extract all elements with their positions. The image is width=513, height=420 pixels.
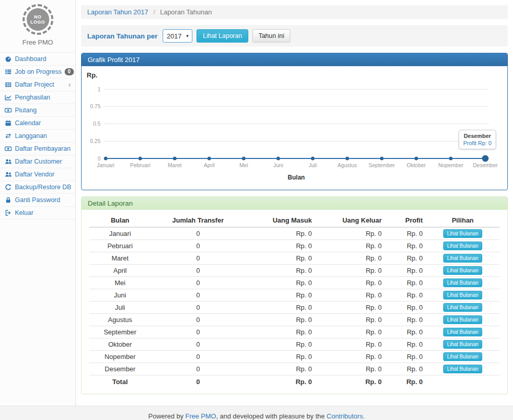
page: NO LOGO Free PMO DashboardJob on Progres… [0,0,513,420]
column-header: Pilihan [426,214,500,227]
cell-profit: Rp. 0 [385,240,426,252]
sidebar-item-calendar[interactable]: Calendar [0,117,75,130]
lihat-bulanan-button[interactable]: Lihat Bulanan [443,229,482,238]
data-point-desember[interactable] [482,155,489,162]
year-select[interactable]: 2017 ▾ [163,29,192,43]
lihat-bulanan-button[interactable]: Lihat Bulanan [443,278,482,287]
cell-uang-masuk: Rp. 0 [245,252,315,265]
year-select-value: 2017 [167,32,182,40]
cell-profit: Rp. 0 [385,265,426,277]
data-point-maret[interactable] [173,157,176,161]
sidebar-item-keluar[interactable]: Keluar [0,207,75,219]
sidebar-item-penghasilan[interactable]: Penghasilan [0,91,75,104]
sidebar-item-piutang[interactable]: Piutang [0,104,75,117]
cell-uang-masuk: Rp. 0 [245,314,315,326]
main-content: Laporan Tahun 2017 / Laporan Tahunan Lap… [76,0,513,406]
sidebar-item-label: Job on Progress [15,68,62,75]
table-row: Juli0Rp. 0Rp. 0Rp. 0Lihat Bulanan [89,302,500,314]
lihat-bulanan-button[interactable]: Lihat Bulanan [443,365,482,373]
no-logo-badge: NO LOGO [23,4,53,35]
cell-uang-masuk: Rp. 0 [245,277,315,289]
data-point-oktober[interactable] [415,157,418,161]
cell-pilihan: Lihat Bulanan [426,326,500,338]
svg-text:0.25: 0.25 [90,138,101,144]
data-point-april[interactable] [207,157,211,161]
svg-text:Agustus: Agustus [338,162,357,168]
lock-icon [5,196,12,204]
data-point-agustus[interactable] [345,157,349,161]
data-point-september[interactable] [380,157,384,161]
lihat-bulanan-button[interactable]: Lihat Bulanan [443,291,482,299]
cell-bulan: Total [89,375,151,388]
svg-text:Nopember: Nopember [438,162,464,168]
data-point-juli[interactable] [311,157,314,161]
cell-uang-keluar: Rp. 0 [315,252,385,265]
table-row: Nopember0Rp. 0Rp. 0Rp. 0Lihat Bulanan [89,351,500,363]
data-point-mei[interactable] [242,157,246,161]
logo-text-line2: LOGO [30,19,45,25]
column-header: Uang Keluar [315,214,385,227]
sidebar-item-langganan[interactable]: Langganan [0,130,75,143]
sidebar-item-dashboard[interactable]: Dashboard [0,53,75,66]
lihat-bulanan-button[interactable]: Lihat Bulanan [443,315,482,324]
total-row: Total0Rp. 0Rp. 0Rp. 0 [89,375,500,388]
cell-profit: Rp. 0 [385,314,426,326]
lihat-bulanan-button[interactable]: Lihat Bulanan [443,303,482,312]
cell-pilihan [426,375,500,388]
tahun-ini-button[interactable]: Tahun ini [252,29,290,43]
sidebar-item-daftar-pembayaran[interactable]: Daftar Pembayaran [0,143,75,155]
table-row: September0Rp. 0Rp. 0Rp. 0Lihat Bulanan [89,326,500,338]
svg-text:Desember: Desember [473,162,498,168]
detail-laporan-panel: Detail Laporan BulanJumlah TransferUang … [81,196,508,394]
breadcrumb-link[interactable]: Laporan Tahun 2017 [87,8,148,16]
cell-uang-keluar: Rp. 0 [315,265,385,277]
table-row: Mei0Rp. 0Rp. 0Rp. 0Lihat Bulanan [89,277,500,289]
cell-uang-keluar: Rp. 0 [315,338,385,351]
sidebar-item-label: Calendar [15,119,41,127]
sidebar-item-ganti-password[interactable]: Ganti Password [0,194,75,207]
lihat-bulanan-button[interactable]: Lihat Bulanan [443,328,482,336]
report-table: BulanJumlah TransferUang MasukUang Kelua… [89,214,500,388]
cell-pilihan: Lihat Bulanan [426,338,500,351]
lihat-bulanan-button[interactable]: Lihat Bulanan [443,340,482,349]
cell-bulan: Mei [89,277,151,289]
svg-text:Pebruari: Pebruari [130,162,150,168]
cell-uang-masuk: Rp. 0 [245,351,315,363]
cell-uang-keluar: Rp. 0 [315,326,385,338]
logo-text-line1: NO [34,14,42,19]
sidebar-item-job-on-progress[interactable]: Job on Progress0 [0,66,75,78]
cell-uang-masuk: Rp. 0 [245,302,315,314]
cell-jumlah-transfer: 0 [151,338,245,351]
data-point-juni[interactable] [277,157,280,161]
sidebar-item-label: Backup/Restore DB [15,184,71,191]
table-row: Maret0Rp. 0Rp. 0Rp. 0Lihat Bulanan [89,252,500,265]
footer-link[interactable]: Contributors. [327,412,365,420]
lihat-laporan-button[interactable]: Lihat Laporan [196,29,248,43]
sidebar-item-label: Keluar [15,209,33,216]
lihat-bulanan-button[interactable]: Lihat Bulanan [443,352,482,361]
cell-bulan: Nopember [89,351,151,363]
money-icon [5,107,12,114]
sidebar-item-daftar-vendor[interactable]: Daftar Vendor [0,168,75,181]
svg-text:0: 0 [97,155,101,162]
sidebar-item-daftar-customer[interactable]: Daftar Customer [0,155,75,168]
svg-text:0.75: 0.75 [90,103,101,109]
cell-uang-masuk: Rp. 0 [245,265,315,277]
data-point-januari[interactable] [104,157,108,161]
cell-bulan: Desember [89,363,151,375]
cell-jumlah-transfer: 0 [151,375,245,388]
sidebar-item-backup-restore-db[interactable]: Backup/Restore DB [0,181,75,194]
cell-jumlah-transfer: 0 [151,326,245,338]
svg-text:Maret: Maret [168,162,182,168]
users-icon [5,158,12,165]
sidebar-item-daftar-project[interactable]: Daftar Project‹ [0,78,75,91]
lihat-bulanan-button[interactable]: Lihat Bulanan [443,266,482,275]
chart-tooltip: Desember Profit Rp: 0 [459,130,496,149]
lihat-bulanan-button[interactable]: Lihat Bulanan [443,242,482,250]
data-point-nopember[interactable] [449,157,452,161]
cell-jumlah-transfer: 0 [151,252,245,265]
footer-link[interactable]: Free PMO [185,412,216,420]
cell-jumlah-transfer: 0 [151,227,245,240]
lihat-bulanan-button[interactable]: Lihat Bulanan [443,254,482,263]
data-point-pebruari[interactable] [139,157,142,161]
